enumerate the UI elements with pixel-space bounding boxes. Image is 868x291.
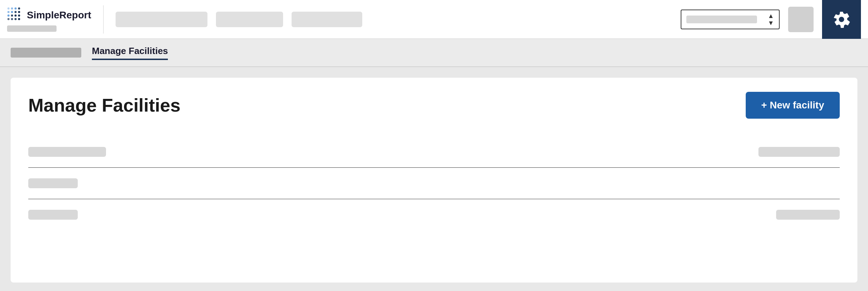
svg-point-6 — [14, 11, 17, 13]
svg-point-10 — [14, 14, 17, 17]
user-avatar[interactable] — [788, 7, 814, 32]
facility-name-skeleton — [28, 210, 78, 220]
nav-divider-1 — [103, 5, 104, 34]
app-subtitle — [7, 25, 57, 32]
svg-point-9 — [11, 14, 13, 17]
nav-item-3[interactable] — [292, 12, 362, 27]
facility-name-skeleton — [28, 147, 106, 157]
select-arrows-icon: ▲ ▼ — [768, 13, 774, 26]
tab-manage-facilities[interactable]: Manage Facilities — [92, 46, 168, 60]
sub-nav: Manage Facilities — [0, 39, 868, 67]
page-title: Manage Facilities — [28, 95, 181, 116]
svg-point-1 — [11, 7, 13, 10]
sub-nav-back[interactable] — [11, 48, 81, 58]
facility-name-skeleton — [28, 178, 78, 188]
settings-button[interactable] — [822, 0, 861, 39]
nav-item-1[interactable] — [116, 12, 207, 27]
svg-point-4 — [7, 11, 10, 13]
svg-point-8 — [7, 14, 10, 17]
svg-point-5 — [11, 11, 13, 13]
svg-point-0 — [7, 7, 10, 10]
logo-area: SimpleReport — [7, 7, 91, 32]
new-facility-button[interactable]: + New facility — [746, 92, 840, 119]
app-name: SimpleReport — [27, 10, 91, 21]
svg-point-11 — [18, 14, 20, 17]
facility-action-skeleton — [758, 147, 840, 157]
facility-row[interactable] — [28, 168, 840, 199]
svg-point-7 — [18, 11, 20, 13]
facility-row[interactable] — [28, 199, 840, 230]
gear-icon — [832, 10, 851, 29]
facility-row-left — [28, 210, 78, 220]
svg-point-3 — [18, 7, 20, 10]
org-select[interactable]: ▲ ▼ — [681, 10, 780, 29]
main-content: Manage Facilities + New facility — [0, 67, 868, 291]
svg-point-14 — [14, 18, 17, 20]
card-header: Manage Facilities + New facility — [28, 92, 840, 119]
facility-row-left — [28, 147, 106, 157]
logo-title: SimpleReport — [7, 7, 91, 23]
org-select-value — [686, 16, 757, 23]
nav-item-2[interactable] — [216, 12, 283, 27]
facility-list — [28, 136, 840, 230]
facility-row-left — [28, 178, 78, 188]
svg-point-15 — [18, 18, 20, 20]
top-nav: SimpleReport ▲ ▼ — [0, 0, 868, 39]
svg-point-13 — [11, 18, 13, 20]
svg-point-2 — [14, 7, 17, 10]
facility-row[interactable] — [28, 136, 840, 168]
facility-action-skeleton — [776, 210, 840, 220]
svg-point-12 — [7, 18, 10, 20]
content-card: Manage Facilities + New facility — [11, 78, 857, 283]
logo-icon — [7, 7, 23, 23]
